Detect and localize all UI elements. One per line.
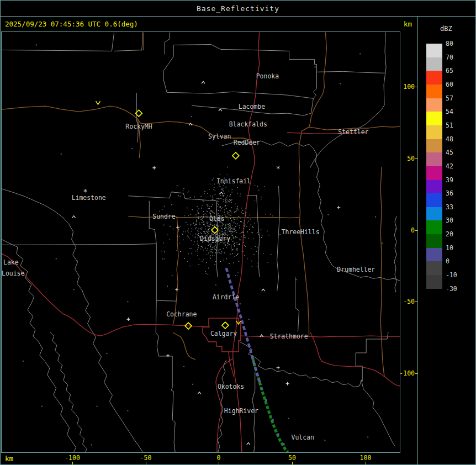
city-label: Ponoka [256,72,279,80]
city-label: Stettler [338,128,368,136]
city-label: Lacombe [239,103,265,110]
city-label: Blackfalds [229,120,267,128]
noise-speck-blue [367,437,368,438]
city-label: Strathmore [270,332,308,340]
legend-swatch [426,234,442,248]
caret-marker-icon [202,81,205,83]
noise-speck-blue [36,44,37,45]
county-boundary-line [2,201,156,245]
legend-swatch [426,180,442,194]
radar-site-diamond-icon[interactable] [232,152,239,159]
legend-tick-label: 48 [446,136,453,142]
county-boundary-line [156,300,175,452]
noise-speck-blue [375,216,376,218]
right-axis-tick-label: -50 [399,298,415,305]
county-boundary-line [2,33,114,51]
secondary-road-line [309,33,326,128]
legend-tick-label: -10 [446,272,457,278]
plus-marker-icon [175,288,178,291]
vee-marker-icon [96,101,101,104]
legend-tick-label: 65 [446,67,453,74]
county-boundary-line [156,244,177,301]
secondary-road-line [173,332,195,360]
noise-speck-blue [340,83,341,84]
legend-swatch [426,139,442,153]
county-boundary-line [218,360,226,452]
noise-speck-blue [248,319,250,320]
noise-speck-blue [359,53,361,54]
city-label: Innisfail [216,177,251,185]
bottom-axis-tick-label: -100 [65,455,80,461]
noise-speck-blue [240,303,241,304]
city-label: Limestone [72,194,106,202]
noise-speck-blue [192,384,193,385]
noise-speck-blue [97,406,98,407]
legend-swatch [426,71,442,84]
streak-echo-bead [277,434,279,436]
bottom-axis-tick-label: -50 [140,455,152,461]
city-label: Calgary [210,330,237,337]
plus-marker-icon [176,226,179,229]
radar-site-diamond-icon[interactable] [222,322,229,329]
county-boundary-line [277,186,280,291]
radar-map-canvas[interactable]: **PonokaLacombeBlackfaldsSylvanRedDeerRo… [2,32,400,452]
legend-tick-label: 57 [446,95,453,102]
legend-unit-label: dBZ [440,25,452,33]
plus-marker-icon [277,366,280,369]
legend-tick-label: 45 [446,149,453,156]
bottom-axis-tick-label: 50 [288,455,296,461]
bottom-axis-tick-label: 100 [360,455,372,461]
county-boundary-line [114,33,144,51]
caret-marker-icon [262,289,265,291]
caret-marker-icon [247,442,250,445]
noise-speck-green [296,279,297,280]
noise-speck-blue [77,260,78,261]
legend-tick-label: 51 [446,122,453,129]
legend-swatch [426,207,442,221]
plus-marker-icon [337,206,340,209]
main-display-area: 2025/09/23 07:45:36 UTC 0.6(deg) km **Po… [0,16,418,465]
legend-swatch [426,193,442,207]
noise-speck-green [382,242,383,244]
caret-marker-icon [219,109,222,111]
legend-tick-label: 20 [446,231,453,237]
streak-echo-bead [283,443,285,445]
product-title: Base_Reflectivity [197,4,279,13]
bottom-axis-tick [292,462,293,464]
noise-speck-blue [91,444,92,445]
noise-speck-blue [167,286,168,287]
plus-marker-icon [152,166,156,170]
legend-tick-label: 10 [446,245,453,251]
title-bar: Base_Reflectivity [0,0,476,17]
radar-map[interactable]: **PonokaLacombeBlackfaldsSylvanRedDeerRo… [1,31,400,453]
city-label: Lake [3,258,19,266]
plus-marker-icon [126,318,130,321]
legend-tick-label: 42 [446,163,453,170]
radar-viewer-window: Base_Reflectivity 2025/09/23 07:45:36 UT… [0,0,476,465]
highway-line [216,358,233,452]
noise-speck-green [233,237,234,239]
legend-tick-label: 36 [446,190,453,197]
legend-tick-label: 30 [446,217,453,224]
bottom-axis-tick [219,462,219,464]
noise-speck-blue [395,229,396,230]
city-label: RockyMH [125,123,152,130]
noise-speck-green [127,410,128,411]
right-axis-tick-label: -100 [399,370,415,377]
legend-tick-label: 54 [446,108,453,115]
legend-tick-label: 33 [446,204,453,210]
secondary-road-line [380,167,384,377]
right-axis-unit-label: km [404,20,412,28]
streak-echo-bead [265,399,267,401]
right-axis-tick-label: 100 [399,83,415,90]
county-boundary-line [128,192,216,201]
legend-swatch [426,248,442,262]
county-boundary-line [310,33,386,168]
noise-speck-blue [73,289,75,290]
city-label: Olds [209,215,225,223]
caret-marker-icon [72,216,76,218]
highway-line [310,332,400,386]
highway-line [2,253,210,336]
city-label: Didsbury [200,235,230,243]
legend-swatch [426,275,442,289]
